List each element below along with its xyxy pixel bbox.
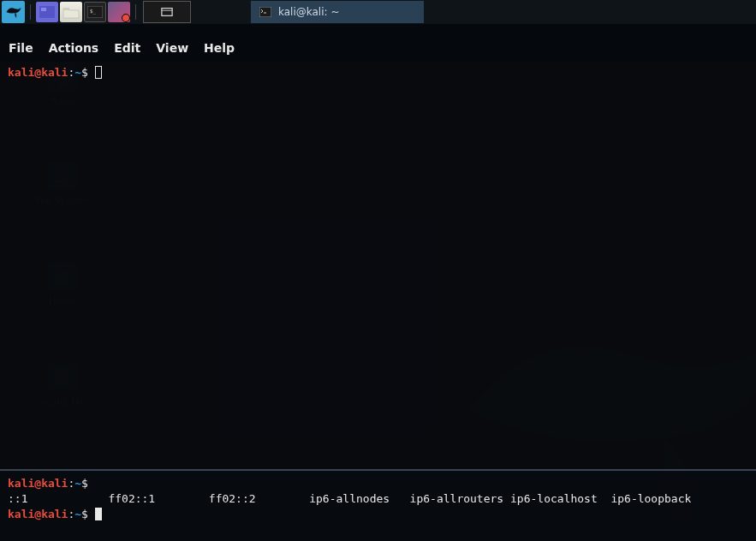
app-notification-button[interactable]	[108, 2, 130, 22]
file-manager-button[interactable]	[60, 2, 82, 22]
prompt-path: ~	[74, 66, 81, 79]
menu-view[interactable]: View	[156, 41, 188, 55]
menu-help[interactable]: Help	[204, 41, 235, 55]
terminal-icon	[259, 7, 271, 17]
prompt-at: @	[34, 66, 41, 79]
prompt-user: kali	[8, 508, 34, 520]
prompt-at: @	[34, 508, 41, 520]
prompt-user: kali	[8, 477, 34, 490]
prompt-host: kali	[41, 508, 68, 520]
prompt-dollar: $	[81, 477, 88, 490]
task-title: kali@kali: ~	[278, 6, 339, 18]
prompt-user: kali	[8, 66, 34, 79]
svg-rect-2	[63, 8, 69, 10]
terminal-menu-bar: File Actions Edit View Help	[0, 24, 756, 62]
terminal-pane-top[interactable]: kali@kali:~$	[0, 62, 756, 469]
folder-icon	[63, 6, 80, 19]
prompt-at: @	[34, 477, 41, 490]
separator	[30, 4, 31, 20]
prompt-line: kali@kali:~$	[8, 507, 748, 522]
svg-rect-5	[162, 9, 172, 16]
prompt-host: kali	[41, 477, 68, 490]
cursor	[95, 508, 102, 520]
prompt-dollar: $	[81, 66, 88, 79]
kali-dragon-icon	[4, 3, 23, 21]
window-rect-icon	[161, 7, 173, 17]
prompt-dollar: $	[81, 508, 88, 520]
terminal-icon: $_	[87, 6, 103, 18]
desktop-workspace-icon[interactable]	[36, 2, 58, 22]
workspace-icon	[39, 6, 55, 18]
svg-rect-7	[259, 7, 271, 17]
taskbar: $_ kali@kali: ~	[0, 0, 756, 24]
prompt-path: ~	[74, 477, 81, 490]
svg-text:$_: $_	[90, 8, 97, 15]
output-line: ::1 ff02::1 ff02::2 ip6-allnodes ip6-all…	[8, 491, 748, 507]
terminal-launcher-button[interactable]: $_	[84, 2, 106, 22]
window-switcher-button[interactable]	[143, 1, 191, 23]
prompt-path: ~	[74, 508, 81, 520]
prompt-host: kali	[41, 66, 68, 79]
prompt-line: kali@kali:~$	[8, 65, 748, 80]
terminal-pane-bottom[interactable]: kali@kali:~$ ::1 ff02::1 ff02::2 ip6-all…	[0, 471, 756, 541]
prompt-line: kali@kali:~$	[8, 476, 748, 491]
menu-file[interactable]: File	[9, 41, 33, 55]
terminal-window: File Actions Edit View Help kali@kali:~$…	[0, 24, 756, 541]
taskbar-task-terminal[interactable]: kali@kali: ~	[251, 1, 424, 23]
separator	[135, 4, 136, 20]
menu-actions[interactable]: Actions	[49, 41, 99, 55]
svg-rect-1	[41, 8, 46, 11]
menu-edit[interactable]: Edit	[114, 41, 140, 55]
cursor	[95, 66, 102, 79]
kali-menu-button[interactable]	[2, 1, 25, 23]
